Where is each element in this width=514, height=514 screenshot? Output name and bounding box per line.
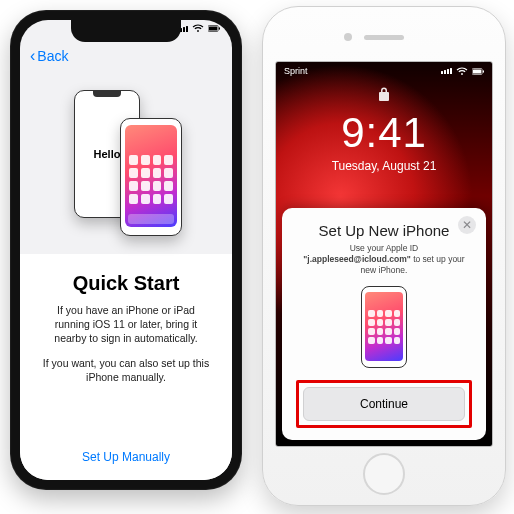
sheet-phone-illustration [361, 286, 407, 368]
lock-date: Tuesday, August 21 [276, 159, 492, 173]
continue-button[interactable]: Continue [303, 387, 465, 421]
svg-rect-2 [219, 27, 220, 29]
back-label: Back [37, 48, 68, 64]
svg-rect-4 [473, 69, 481, 73]
sheet-title: Set Up New iPhone [296, 222, 472, 239]
lock-time: 9:41 [276, 109, 492, 157]
lock-screen: Sprint 9:41 Tuesday, August 21 ✕ Set Up … [275, 61, 493, 447]
quick-start-title: Quick Start [40, 272, 212, 295]
lock-status-bar: Sprint [276, 62, 492, 80]
cellular-icon [441, 68, 452, 74]
iphone-x-device: ‹ Back Hello [10, 10, 242, 490]
battery-icon [208, 24, 220, 33]
home-button[interactable] [363, 453, 405, 495]
svg-rect-5 [483, 70, 484, 72]
illustration-phone-home [120, 118, 182, 236]
back-button[interactable]: ‹ Back [30, 48, 68, 64]
lock-icon [276, 86, 492, 105]
wifi-icon [192, 24, 204, 33]
status-bar-right [177, 24, 220, 33]
sheet-subtitle: Use your Apple ID "j.appleseed@icloud.co… [296, 243, 472, 276]
speaker-grill [364, 35, 404, 40]
setup-sheet: ✕ Set Up New iPhone Use your Apple ID "j… [282, 208, 486, 440]
battery-icon [472, 67, 484, 76]
quick-start-body: If you have an iPhone or iPad running iO… [40, 303, 212, 384]
close-button[interactable]: ✕ [458, 216, 476, 234]
hero-illustration: Hello [20, 70, 232, 254]
wifi-icon [456, 67, 468, 76]
iphone-home-button-device: Sprint 9:41 Tuesday, August 21 ✕ Set Up … [262, 6, 506, 506]
svg-rect-1 [209, 26, 217, 30]
chevron-left-icon: ‹ [30, 48, 35, 64]
highlight-box: Continue [296, 380, 472, 428]
set-up-manually-link[interactable]: Set Up Manually [40, 442, 212, 470]
quick-start-card: Quick Start If you have an iPhone or iPa… [20, 254, 232, 480]
notch [71, 20, 181, 42]
quick-start-p2: If you want, you can also set up this iP… [40, 356, 212, 384]
lock-area: 9:41 Tuesday, August 21 [276, 86, 492, 173]
iphone-x-screen: ‹ Back Hello [20, 20, 232, 480]
close-icon: ✕ [462, 218, 472, 232]
front-camera [344, 33, 352, 41]
carrier-label: Sprint [284, 66, 308, 76]
quick-start-p1: If you have an iPhone or iPad running iO… [40, 303, 212, 346]
